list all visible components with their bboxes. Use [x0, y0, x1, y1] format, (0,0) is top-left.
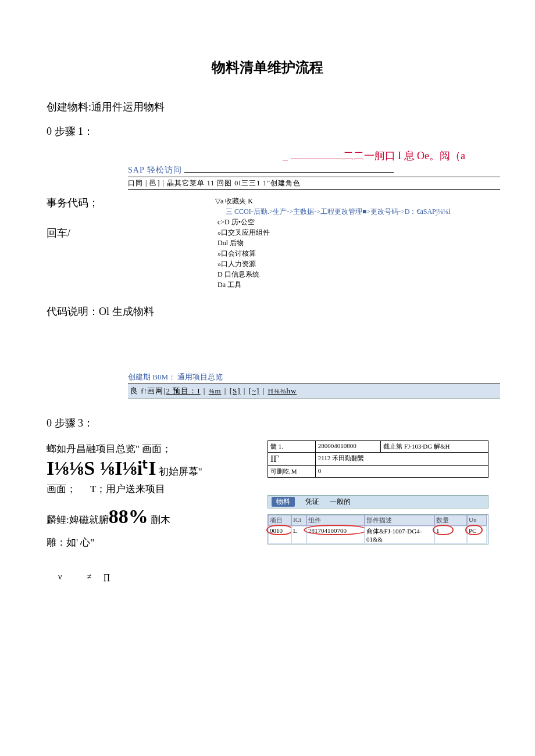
red-annotation-line: _ 二二一舸口 I 息 Oe。阅（a [47, 149, 488, 163]
sap-menubar[interactable]: 口同 | 邑] | 晶其它菜单 11 回图 0I三三1 1"创建角色 [128, 177, 500, 190]
col-item: 项目 [268, 515, 291, 526]
info-cell: 可删吃 M [268, 466, 316, 478]
sap-nav-tree[interactable]: ▽a 收藏夹 K 三 CCOI-后勤.>生产->主数据->工程更改管理■>更改号… [215, 196, 450, 290]
sap-title: SAP 轻松访问 [128, 165, 500, 177]
cell-item[interactable]: 0010 [268, 526, 291, 544]
page-title: 物料清单维护流程 [47, 58, 488, 77]
cell-component[interactable]: 281704100700 [306, 526, 365, 544]
section-heading: 创建物料:通用件运用物料 [47, 100, 488, 114]
bom-panel: 创建期 B0M： 通用项目总览 良 f!画网|2 预目：I | ⅜m | [S]… [128, 371, 500, 399]
tab-material[interactable]: 物料 [272, 497, 295, 507]
tree-node[interactable]: »口人力资源 [215, 259, 450, 269]
sap-panel: SAP 轻松访问 口同 | 邑] | 晶其它菜单 11 回图 0I三三1 1"创… [128, 165, 500, 190]
note-transaction-code: 事务代码； [47, 196, 151, 210]
code-description: 代码说明：Ol 生成物料 [47, 304, 488, 318]
cell-ict[interactable]: L [291, 526, 306, 544]
table-row[interactable]: 0010 L 281704100700 商体&FJ-1007-DG4-01&& … [268, 526, 488, 544]
info-table: 髓 1. 280004010800 截止第 FJ·103·DG 解&H IΓ 2… [268, 440, 488, 478]
tree-path[interactable]: 三 CCOI-后勤.>生产->主数据->工程更改管理■>更改号码->D：€aSA… [215, 206, 450, 217]
info-cell: 0 [315, 466, 488, 478]
col-qty: 数量 [434, 515, 467, 526]
step-3-label: 0 步骤 3： [47, 416, 488, 430]
col-ict: ICt [291, 515, 306, 526]
cell-unit[interactable]: PC [467, 526, 487, 544]
step3-description: 螂如丹昌融项目总览" 画面； I⅛⅛S ⅛I⅛iᵗI 初始屏幕" 画面； T；用… [47, 440, 256, 584]
small-symbols: ν ≠∏ [58, 569, 256, 584]
bom-toolbar[interactable]: 良 f!画网|2 预目：I | ⅜m | [S] | [~] | H⅜⅜hw [128, 384, 500, 399]
cell-qty[interactable]: 1 [434, 526, 467, 544]
cell-desc[interactable]: 商体&FJ-1007-DG4-01&& [365, 526, 434, 544]
info-cell: 280004010800 [315, 441, 380, 453]
tab-general[interactable]: 一般的 [330, 497, 351, 507]
step-1-label: 0 步骤 1： [47, 124, 488, 138]
bom-tabs[interactable]: 物料 凭证 一般的 [268, 495, 488, 508]
col-unit: Un [467, 515, 487, 526]
info-cell: IΓ [268, 453, 316, 466]
col-desc: 部件描述 [365, 515, 434, 526]
tab-document[interactable]: 凭证 [305, 497, 319, 507]
tree-node[interactable]: c>D 历•公空 [215, 217, 450, 227]
col-component: 组件 [306, 515, 365, 526]
info-cell: 2112 禾田勤翻繫 [315, 453, 488, 466]
tree-node[interactable]: »口交叉应用组件 [215, 227, 450, 238]
bom-items-grid[interactable]: 项目 ICt 组件 部件描述 数量 Un 0010 L 281704100700… [268, 514, 488, 544]
tree-node[interactable]: Dul 后物 [215, 238, 450, 248]
bom-title: 创建期 B0M： 通用项目总览 [128, 371, 500, 384]
tree-node[interactable]: »口会讨核算 [215, 248, 450, 259]
note-enter: 回车/ [47, 226, 151, 240]
info-cell: 截止第 FJ·103·DG 解&H [381, 441, 488, 453]
info-cell: 髓 1. [268, 441, 316, 453]
tree-favorites[interactable]: ▽a 收藏夹 K [215, 196, 450, 206]
tree-node[interactable]: Da 工具 [215, 280, 450, 290]
tree-node[interactable]: D 口信息系统 [215, 269, 450, 280]
